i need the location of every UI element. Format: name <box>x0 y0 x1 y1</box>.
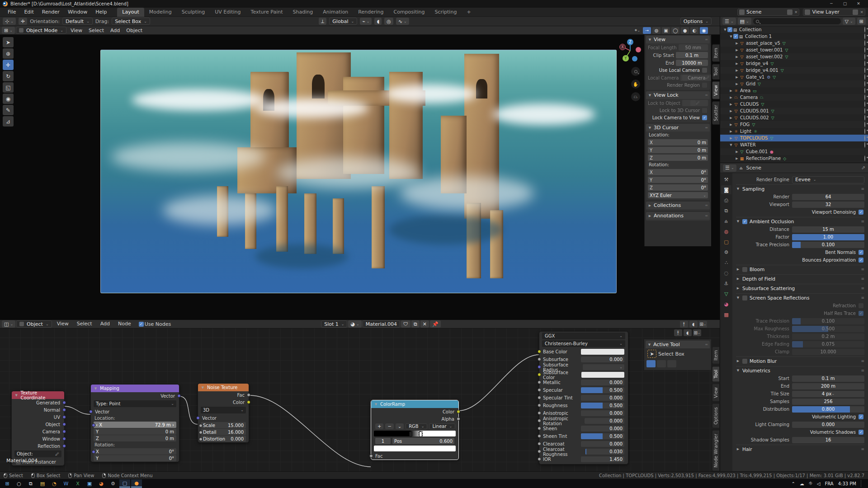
drag-dropdown[interactable]: Select Box⌄ <box>112 18 150 25</box>
socket-out-generated[interactable] <box>62 401 66 404</box>
color-swatch[interactable] <box>581 372 624 378</box>
outliner-row-bridge-v4[interactable]: ▶▽bridge_v4▽ <box>720 60 868 67</box>
socket-in-fac[interactable] <box>369 454 373 458</box>
workspace-tab-scripting[interactable]: Scripting <box>429 8 462 17</box>
snap-node-icon[interactable]: ⭱ <box>680 321 688 328</box>
add-stop-button[interactable]: + <box>375 423 383 429</box>
taskbar-excel-icon[interactable]: X <box>72 479 83 488</box>
taskbar-file-explorer-icon[interactable]: ▤ <box>37 479 48 488</box>
outliner-row-area[interactable]: ▶☼Area▭ <box>720 87 868 94</box>
panel-header-view[interactable]: ▼View≡ <box>646 36 710 43</box>
select-new-icon[interactable] <box>646 360 656 367</box>
mapping-node[interactable]: ▼MappingVectorType: Point⌄VectorLocation… <box>90 384 179 462</box>
cursor-field[interactable]: Y0° <box>648 177 708 183</box>
shading-rendered-icon[interactable]: ◉ <box>700 27 708 34</box>
node-canvas[interactable]: ▼Texture CoordinateGeneratedNormalUVObje… <box>0 328 720 471</box>
new-scene-icon[interactable] <box>787 9 793 15</box>
transform-space-dropdown[interactable]: Global⌄ <box>329 18 357 25</box>
outliner-row-collection-1[interactable]: ▼✓▤Collection 1 <box>720 33 868 40</box>
pan-hand-icon[interactable]: ✋ <box>631 80 640 89</box>
section-checkbox[interactable] <box>742 296 747 300</box>
noodle-icon[interactable]: ◖ <box>684 329 692 336</box>
menu-file[interactable]: File <box>4 9 20 15</box>
taskbar-firefox-icon[interactable]: ◕ <box>96 479 107 488</box>
taskbar-task-view-icon[interactable]: ⧉ <box>25 479 36 488</box>
noise-distortion[interactable]: Distortion0.000 <box>201 436 246 442</box>
socket-out-fac[interactable] <box>247 393 250 397</box>
expander-icon[interactable]: ▶ <box>729 109 733 113</box>
hide-toggle[interactable] <box>864 102 865 107</box>
side-tab-item[interactable]: Item <box>712 44 720 62</box>
select-box-tool-icon[interactable]: ➤ <box>3 37 14 47</box>
orientation-dropdown[interactable]: Default⌄ <box>62 18 93 25</box>
socket-in-subsurface[interactable] <box>538 357 541 361</box>
bsdf-slider[interactable]: 0.000 <box>581 441 624 447</box>
camera-view[interactable] <box>100 50 617 293</box>
prop-field[interactable]: 0.2 m <box>792 333 864 340</box>
properties-tab-view-layer[interactable]: ⧉ <box>721 206 731 215</box>
workspace-tab-texture-paint[interactable]: Texture Paint <box>246 8 288 17</box>
active-tool-header[interactable]: ▼Active Tool≡ <box>646 341 710 348</box>
slot-dropdown[interactable]: Slot 1⌄ <box>321 320 347 328</box>
node-header[interactable]: ▼Texture Coordinate <box>12 391 64 399</box>
bsdf-slider[interactable]: 0.000 <box>581 395 624 401</box>
expander-icon[interactable]: ▶ <box>729 96 733 99</box>
remove-view-layer-icon[interactable]: ✕ <box>860 10 863 14</box>
socket-in-location[interactable] <box>92 423 95 427</box>
prop-field[interactable]: 64 <box>792 194 864 200</box>
outliner-row-cube-001[interactable]: ▶▽Cube.001● <box>720 148 868 155</box>
cursor-tool-icon[interactable]: ⊕ <box>3 48 14 59</box>
prop-field[interactable]: 10.000 <box>792 349 864 355</box>
outliner-row-grid[interactable]: ▶▽Grid▽ <box>720 80 868 87</box>
close-button[interactable]: ✕ <box>852 0 865 8</box>
ramp-gradient[interactable] <box>374 431 456 436</box>
hide-toggle[interactable] <box>864 27 865 32</box>
collection-checkbox[interactable]: ✓ <box>727 27 732 32</box>
menu-edit[interactable]: Edit <box>20 9 38 15</box>
section-ambient-occlusion[interactable]: ▼✓Ambient Occlusion≡ <box>736 217 864 225</box>
socket-out-vector[interactable] <box>177 394 181 398</box>
checkbox[interactable] <box>702 83 707 88</box>
prop-field[interactable]: 0.500 <box>792 326 864 332</box>
socket-in-subsurface-radius[interactable] <box>538 365 541 369</box>
shader-type-dropdown[interactable]: Object⌄ <box>16 320 52 328</box>
pin-icon[interactable]: 📌 <box>430 320 441 328</box>
prop-field[interactable]: 0.000 <box>792 422 864 428</box>
unlink-material-icon[interactable]: ✕ <box>420 320 429 328</box>
socket-in-vector[interactable] <box>89 410 93 413</box>
outliner-row-collection[interactable]: ▼✓▤Collection <box>720 26 868 33</box>
fake-user-icon[interactable]: 🛡 <box>401 320 410 328</box>
bsdf-dropdown-ggx[interactable]: GGX⌄ <box>542 333 625 339</box>
taskbar-search-icon[interactable]: ○ <box>14 479 24 488</box>
ne-menu-view[interactable]: View <box>53 321 73 327</box>
side-tab-view[interactable]: View <box>712 384 720 402</box>
annotate-tool-icon[interactable]: ✎ <box>3 105 14 115</box>
outliner-row-light[interactable]: ▶☼Light☼ <box>720 128 868 135</box>
expander-icon[interactable]: ▼ <box>729 35 733 38</box>
falloff-curve-icon[interactable]: ∿⌄ <box>396 18 409 25</box>
object-selector[interactable]: Object:🖉 <box>14 450 61 457</box>
outliner-scene-icon[interactable]: ▤⌄ <box>738 18 751 25</box>
hide-toggle[interactable] <box>864 81 865 86</box>
tray-volume-icon[interactable]: ◁ <box>817 481 821 486</box>
properties-editor-icon[interactable]: ☰⌄ <box>723 164 736 172</box>
eyedropper-icon[interactable]: 🖉 <box>55 452 59 456</box>
outliner-row-clouds-002[interactable]: ▶▽CLOUDS.002▽ <box>720 114 868 121</box>
transform-tool-icon[interactable]: ◉ <box>3 94 14 104</box>
panel-header-3d-cursor[interactable]: ▼3D Cursor≡ <box>646 124 710 131</box>
socket-in-vector[interactable] <box>196 416 200 420</box>
pin-icon[interactable]: ⇗ <box>861 165 865 171</box>
socket-out-uv[interactable] <box>62 415 66 419</box>
prop-dropdown[interactable]: 4 px⌄ <box>792 391 864 397</box>
socket-in-subsurface-color[interactable] <box>538 373 541 376</box>
bsdf-slider[interactable]: 0.500 <box>581 403 624 408</box>
expander-icon[interactable]: ▶ <box>729 116 733 120</box>
ramp-options-dropdown[interactable]: ⌄ <box>396 423 404 429</box>
outliner-search-input[interactable] <box>753 18 841 24</box>
properties-tab-render[interactable]: ◙ <box>721 185 731 194</box>
texture-coordinate-node[interactable]: ▼Texture CoordinateGeneratedNormalUVObje… <box>11 391 65 466</box>
node-header[interactable]: ▼Noise Texture <box>198 384 249 391</box>
unlink-scene-icon[interactable]: ✕ <box>794 10 798 14</box>
hide-toggle[interactable] <box>864 136 865 141</box>
object-field[interactable]: Camera🖉 <box>680 75 711 81</box>
